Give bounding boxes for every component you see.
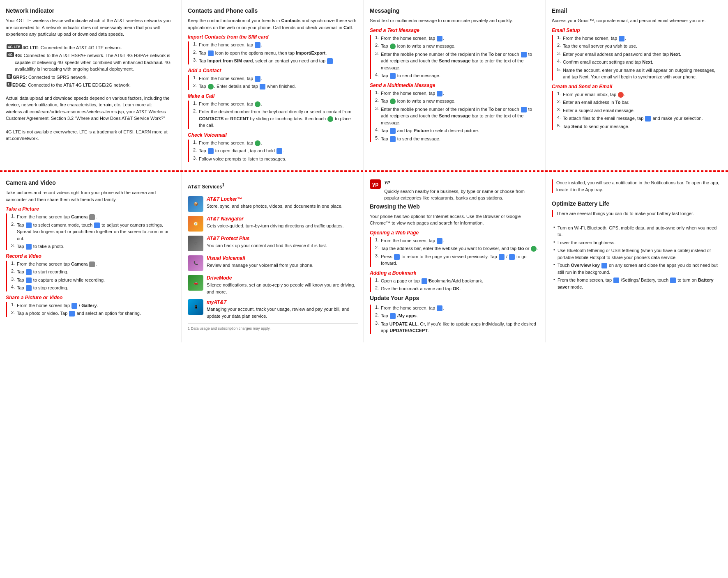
contacts-title: Contacts and Phone calls — [188, 7, 358, 14]
browsing-title: Browsing the Web — [370, 203, 540, 210]
battery-bullet-2: • Lower the screen brightness. — [552, 239, 722, 246]
att-protect-name: AT&T Protect Plus — [207, 236, 327, 241]
att-services-title: AT&T Services1 — [188, 183, 358, 190]
att-myatt-icon: 📱 — [188, 299, 203, 315]
att-drivemode-name: DriveMode — [207, 275, 358, 281]
battery-bullet-1: • Turn on Wi-Fi, Bluetooth, GPS, mobile … — [552, 225, 722, 238]
att-services-footnote: 1 Data usage and subscription charges ma… — [188, 323, 358, 330]
make-call-steps: 1. From the home screen, tap . 2. Enter … — [188, 101, 358, 129]
battery-bullet-4: • Touch Overview key on any screen and c… — [552, 262, 722, 275]
create-email-steps: 1. From your email inbox, tap . 2. Enter… — [552, 91, 722, 130]
battery-step4-text: Once installed, you will see a notificat… — [556, 179, 722, 193]
att-voicemail-text: Visual Voicemail Review and manage your … — [207, 255, 313, 269]
camera-intro: Take pictures and record videos right fr… — [6, 189, 176, 203]
att-protect-desc: You can back up your content and find th… — [207, 242, 327, 249]
att-drivemode-desc: Silence notifications, set an auto-reply… — [207, 282, 358, 295]
yp-label: YP — [384, 179, 540, 186]
share-media-steps: 1. From the home screen tap / Gallery. 2… — [6, 302, 176, 317]
network-indicator-intro: Your 4G LTE wireless device will indicat… — [6, 17, 176, 38]
att-myatt-text: myAT&T Managing your account, track your… — [207, 299, 358, 319]
grps-icon: G — [7, 74, 12, 79]
email-setup-steps: 1. From the home screen, tap . 2. Tap th… — [552, 35, 722, 80]
col-email: Email Access your Gmail™, corporate emai… — [546, 0, 728, 170]
network-footer1: Actual data upload and download speeds d… — [6, 95, 176, 122]
network-4glte-item: 4G LTE 4G LTE: Connected to the AT&T 4G … — [6, 44, 176, 51]
col-battery: Once installed, you will see a notificat… — [546, 172, 728, 342]
col-messaging: Messaging Send text or multimedia messag… — [364, 0, 546, 170]
battery-bullet-3: • Use Bluetooth tethering or USB tetheri… — [552, 247, 722, 261]
create-email-heading: Create and Send an Email — [552, 84, 722, 89]
att-protect-text: AT&T Protect Plus You can back up your c… — [207, 236, 327, 249]
messaging-title: Messaging — [370, 7, 540, 14]
col-contacts: Contacts and Phone calls Keep the contac… — [182, 0, 364, 170]
record-video-steps: 1. From the home screen tap Camera . 2. … — [6, 261, 176, 291]
add-contact-steps: 1. From the home screen, tap . 2. Tap . … — [188, 75, 358, 90]
att-locker-text: AT&T Locker™ Store, sync, and share phot… — [207, 196, 343, 210]
make-call-heading: Make a Call — [188, 93, 358, 99]
yp-content: YP Quickly search nearby for a business,… — [384, 179, 540, 203]
battery-intro: There are several things you can do to m… — [556, 210, 722, 217]
att-navigator-icon: 🧭 — [188, 216, 203, 232]
col-browsing: yp YP Quickly search nearby for a busine… — [364, 172, 546, 342]
share-media-heading: Share a Picture or Video — [6, 295, 176, 300]
battery-bullet-5: • From the home screen, tap /Settings/ B… — [552, 277, 722, 290]
att-protect-icon: 🛡 — [188, 236, 203, 251]
network-footer2: 4G LTE is not available everywhere. LTE … — [6, 128, 176, 142]
update-apps-steps: 1. From the home screen, tap . 2. Tap /M… — [370, 305, 540, 334]
att-locker-icon: 📦 — [188, 196, 203, 212]
contacts-intro: Keep the contact information of your fri… — [188, 17, 358, 31]
att-navigator-row: 🧭 AT&T Navigator Gets voice-guided, turn… — [188, 216, 358, 232]
check-voicemail-heading: Check Voicemail — [188, 132, 358, 138]
multimedia-message-steps: 1. From the home screen, tap . 2. Tap ic… — [370, 90, 540, 142]
add-contact-heading: Add a Contact — [188, 68, 358, 73]
email-setup-heading: Email Setup — [552, 28, 722, 33]
take-picture-steps: 1. From the home screen tap Camera . 2. … — [6, 213, 176, 250]
att-locker-row: 📦 AT&T Locker™ Store, sync, and share ph… — [188, 196, 358, 212]
col-battery-step4: Once installed, you will see a notificat… — [552, 179, 722, 193]
camera-title: Camera and Video — [6, 179, 176, 186]
text-message-heading: Send a Text Message — [370, 28, 540, 33]
att-voicemail-row: 📞 Visual Voicemail Review and manage you… — [188, 255, 358, 271]
att-voicemail-icon: 📞 — [188, 255, 203, 271]
messaging-intro: Send text or multimedia message to commu… — [370, 17, 540, 24]
network-indicator-title: Network Indicator — [6, 7, 176, 14]
network-4g-item: 4G 4G: Connected to the AT&T HSPA+ netwo… — [6, 52, 176, 73]
yp-desc: Quickly search nearby for a business, by… — [384, 188, 540, 202]
multimedia-message-heading: Send a Multimedia Message — [370, 83, 540, 88]
att-locker-desc: Store, sync, and share photos, videos, a… — [207, 203, 343, 210]
import-sim-steps: 1. From the home screen, tap . 2. Tap ic… — [188, 41, 358, 64]
email-intro: Access your Gmail™, corporate email, and… — [552, 17, 722, 24]
att-drivemode-icon: 🚗 — [188, 275, 203, 291]
battery-intro-block: There are several things you can do to m… — [552, 210, 722, 217]
browsing-intro: Your phone has two options for Internet … — [370, 213, 540, 227]
att-drivemode-row: 🚗 DriveMode Silence notifications, set a… — [188, 275, 358, 295]
open-webpage-steps: 1. From the home screen, tap . 2. Tap th… — [370, 237, 540, 267]
network-grps-item: G GRPS: Connected to GPRS network. — [6, 74, 176, 81]
take-picture-heading: Take a Picture — [6, 206, 176, 212]
add-bookmark-steps: 1. Open a page or tap /Bookmarks/Add boo… — [370, 278, 540, 292]
yp-row: yp YP Quickly search nearby for a busine… — [370, 179, 540, 203]
att-myatt-row: 📱 myAT&T Managing your account, track yo… — [188, 299, 358, 319]
col-network-indicator: Network Indicator Your 4G LTE wireless d… — [0, 0, 182, 170]
open-webpage-heading: Opening a Web Page — [370, 230, 540, 236]
att-navigator-name: AT&T Navigator — [207, 216, 344, 222]
att-myatt-name: myAT&T — [207, 299, 358, 305]
4g-icon: 4G — [7, 52, 14, 57]
network-edge-item: E EDGE: Connected to the AT&T 4G LTE EDG… — [6, 82, 176, 89]
4glte-icon: 4G LTE — [7, 44, 22, 49]
check-voicemail-steps: 1. From the home screen, tap . 2. Tap to… — [188, 140, 358, 163]
yp-icon: yp — [370, 179, 381, 189]
att-drivemode-text: DriveMode Silence notifications, set an … — [207, 275, 358, 295]
att-protect-row: 🛡 AT&T Protect Plus You can back up your… — [188, 236, 358, 251]
att-navigator-text: AT&T Navigator Gets voice-guided, turn-b… — [207, 216, 344, 229]
record-video-heading: Record a Video — [6, 253, 176, 259]
edge-icon: E — [7, 82, 12, 87]
col-camera: Camera and Video Take pictures and recor… — [0, 172, 182, 342]
text-message-steps: 1. From the home screen, tap . 2. Tap ic… — [370, 35, 540, 79]
import-sim-heading: Import Contacts from the SIM card — [188, 34, 358, 40]
email-title: Email — [552, 7, 722, 14]
add-bookmark-heading: Adding a Bookmark — [370, 270, 540, 276]
att-navigator-desc: Gets voice-guided, turn-by-turn driving … — [207, 222, 344, 229]
att-voicemail-desc: Review and manage your voicemail from yo… — [207, 262, 313, 269]
update-apps-title: Update Your Apps — [370, 295, 540, 301]
